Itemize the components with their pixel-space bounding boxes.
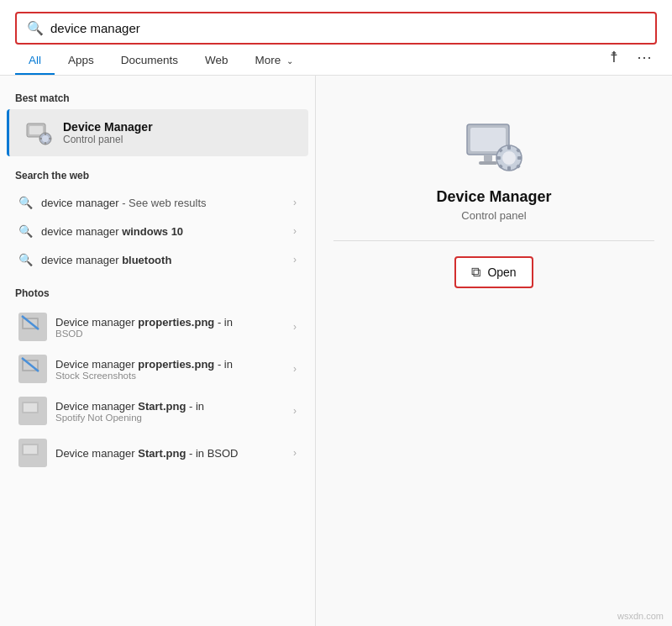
tabs-bar: All Apps Documents Web More ⌄ ☨ ⋯	[0, 45, 672, 76]
tab-more[interactable]: More ⌄	[242, 45, 307, 75]
best-match-title: Device Manager	[63, 120, 153, 134]
web-search-list: 🔍 device manager - See web results › 🔍 d…	[0, 188, 315, 274]
svg-rect-31	[479, 161, 497, 165]
photo-subtitle-3: Spotify Not Opening	[55, 413, 293, 423]
photo-subtitle-1: BSOD	[55, 329, 293, 339]
arrow-icon-1: ›	[293, 197, 297, 208]
photo-item-2[interactable]: Device manager properties.png - in Stock…	[3, 348, 312, 390]
arrow-icon-2: ›	[293, 225, 297, 237]
device-manager-icon	[24, 118, 55, 148]
arrow-icon-3: ›	[293, 254, 297, 266]
photo-item-4[interactable]: Device manager Start.png - in BSOD ›	[3, 432, 312, 474]
tab-documents[interactable]: Documents	[108, 45, 192, 75]
svg-rect-25	[517, 156, 522, 160]
share-icon-button[interactable]: ☨	[605, 45, 623, 70]
photo-thumb-4	[18, 439, 47, 467]
open-button[interactable]: ⧉ Open	[454, 256, 533, 288]
more-options-button[interactable]: ⋯	[632, 45, 657, 70]
svg-rect-22	[507, 145, 511, 150]
search-web-icon-2: 🔍	[18, 224, 33, 238]
photo-arrow-1: ›	[293, 321, 297, 333]
photo-title-3: Device manager Start.png - in	[55, 400, 293, 413]
right-app-subtitle: Control panel	[461, 209, 526, 222]
tab-web[interactable]: Web	[192, 45, 242, 75]
best-match-item[interactable]: Device Manager Control panel	[7, 109, 308, 156]
photos-section-title: Photos	[0, 282, 315, 302]
web-search-item-1[interactable]: 🔍 device manager - See web results ›	[3, 188, 312, 217]
photo-arrow-2: ›	[293, 363, 297, 375]
right-divider	[333, 240, 654, 241]
svg-point-3	[42, 135, 49, 142]
right-panel: Device Manager Control panel ⧉ Open	[315, 76, 672, 626]
search-web-icon-1: 🔍	[18, 196, 33, 209]
photos-list: Device manager properties.png - in BSOD …	[0, 306, 315, 474]
chevron-down-icon: ⌄	[286, 56, 293, 66]
photo-title-2: Device manager properties.png - in	[55, 358, 293, 371]
main-content: Best match Device Manager Control panel	[0, 76, 672, 626]
web-search-text-2: device manager windows 10	[41, 225, 293, 238]
photo-text-2: Device manager properties.png - in Stock…	[55, 358, 293, 381]
svg-rect-17	[24, 445, 37, 454]
photo-title-1: Device manager properties.png - in	[55, 316, 293, 329]
search-web-section-title: Search the web	[0, 165, 315, 185]
photo-item-1[interactable]: Device manager properties.png - in BSOD …	[3, 306, 312, 348]
right-app-name: Device Manager	[436, 188, 551, 206]
search-input[interactable]	[50, 21, 645, 35]
svg-rect-23	[507, 166, 511, 171]
svg-point-21	[502, 151, 516, 165]
tab-apps[interactable]: Apps	[55, 45, 108, 75]
photo-subtitle-2: Stock Screenshots	[55, 371, 293, 381]
photo-title-4: Device manager Start.png - in BSOD	[55, 447, 293, 460]
open-button-label: Open	[487, 266, 516, 279]
photo-text-1: Device manager properties.png - in BSOD	[55, 316, 293, 339]
search-container: 🔍	[0, 0, 672, 45]
web-search-item-2[interactable]: 🔍 device manager windows 10 ›	[3, 217, 312, 245]
svg-rect-1	[29, 126, 43, 134]
photo-thumb-2	[18, 355, 47, 383]
web-search-text-1: device manager - See web results	[41, 197, 293, 209]
right-app-icon	[460, 118, 528, 176]
watermark: wsxdn.com	[617, 611, 664, 621]
tabs-right: ☨ ⋯	[605, 45, 657, 75]
svg-rect-19	[470, 128, 506, 151]
svg-rect-24	[496, 156, 501, 160]
photo-thumb-1	[18, 313, 47, 341]
best-match-section-title: Best match	[0, 87, 315, 108]
photo-text-3: Device manager Start.png - in Spotify No…	[55, 400, 293, 423]
photo-thumb-3	[18, 397, 47, 425]
photo-text-4: Device manager Start.png - in BSOD	[55, 447, 293, 460]
search-icon: 🔍	[27, 20, 44, 36]
tabs-left: All Apps Documents Web More ⌄	[15, 45, 307, 75]
best-match-subtitle: Control panel	[63, 134, 153, 145]
photo-arrow-3: ›	[293, 405, 297, 417]
photo-item-3[interactable]: Device manager Start.png - in Spotify No…	[3, 390, 312, 432]
web-search-text-3: device manager bluetooth	[41, 254, 293, 266]
tab-all[interactable]: All	[15, 45, 55, 75]
search-bar: 🔍	[15, 12, 657, 45]
web-search-item-3[interactable]: 🔍 device manager bluetooth ›	[3, 245, 312, 274]
svg-rect-15	[24, 403, 37, 412]
left-panel: Best match Device Manager Control panel	[0, 76, 315, 626]
search-web-icon-3: 🔍	[18, 253, 33, 266]
best-match-text: Device Manager Control panel	[63, 120, 153, 145]
open-external-icon: ⧉	[471, 265, 480, 280]
svg-rect-30	[484, 155, 492, 161]
photo-arrow-4: ›	[293, 447, 297, 459]
